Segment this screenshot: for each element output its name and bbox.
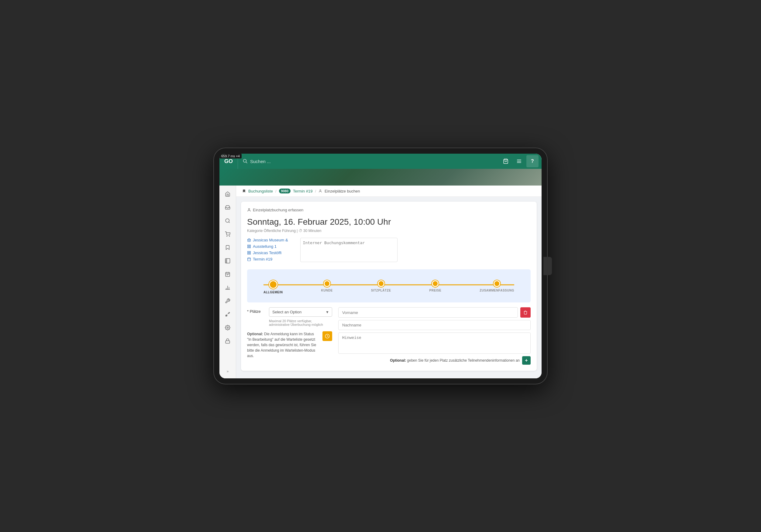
breadcrumb-buchungsliste[interactable]: Buchungsliste	[248, 189, 273, 193]
link-termin-text: Termin #19	[253, 257, 272, 261]
list-icon	[516, 158, 522, 164]
step-label-preise: PREISE	[429, 289, 441, 292]
contacts-icon	[225, 258, 230, 264]
sidebar-item-security[interactable]	[221, 335, 234, 347]
sidebar-item-cart[interactable]	[221, 228, 234, 240]
apps-icon	[247, 251, 251, 255]
event-link-testoffi[interactable]: Jessicas Testöffi	[247, 250, 288, 255]
svg-point-27	[248, 209, 250, 210]
nachname-input[interactable]	[338, 320, 531, 330]
sidebar-item-bookmark[interactable]	[221, 241, 234, 253]
field-hint: Maximal 20 Plätze verfügbar, administrat…	[269, 319, 332, 326]
bottom-form: * Plätze Select an Option 1 2 3 4 5	[247, 307, 531, 365]
sidebar-item-search[interactable]	[221, 215, 234, 227]
museum-icon	[247, 238, 251, 242]
event-link-ausstellung[interactable]: Ausstellung 1	[247, 244, 288, 249]
svg-rect-15	[225, 272, 230, 277]
search-bar[interactable]: Suchen ...	[238, 159, 499, 164]
sidebar-item-wrench[interactable]	[221, 308, 234, 320]
svg-point-26	[320, 190, 321, 191]
vorname-input[interactable]	[338, 307, 518, 318]
svg-point-24	[227, 327, 229, 329]
bookmark-breadcrumb-icon	[242, 189, 246, 193]
comment-textarea[interactable]	[300, 238, 397, 262]
content-area: Buchungsliste / 9080 Termin #19 / Einzel…	[236, 186, 542, 378]
optional-add-bold: Optional:	[390, 358, 406, 362]
add-info-button[interactable]: +	[522, 356, 531, 365]
sidebar-expand[interactable]: »	[224, 367, 231, 376]
waitlist-button[interactable]	[322, 331, 332, 341]
step-zusammenfassung[interactable]: ZUSAMMENFASSUNG	[480, 280, 514, 294]
event-title: Sonntag, 16. Februar 2025, 10:00 Uhr	[247, 217, 531, 227]
form-header-text: Einzelplatzbuchung erfassen	[253, 208, 303, 212]
step-label-zusammenfassung: ZUSAMMENFASSUNG	[480, 289, 514, 292]
cart-icon-btn[interactable]	[499, 155, 512, 167]
plaetze-label: * Plätze	[247, 307, 265, 314]
svg-rect-35	[248, 253, 249, 254]
top-bar: 659.7 ms ×4 GO Suchen ...	[219, 154, 542, 169]
search-icon	[243, 159, 248, 164]
breadcrumb: Buchungsliste / 9080 Termin #19 / Einzel…	[236, 186, 542, 197]
event-link-museum[interactable]: Jessicas Museum &	[247, 238, 288, 242]
sidebar-item-chart[interactable]	[221, 282, 234, 293]
delete-button[interactable]	[520, 307, 531, 318]
step-kunde[interactable]: KUNDE	[321, 280, 333, 294]
optional-bold: Optional:	[247, 332, 263, 336]
vorname-row	[338, 307, 531, 318]
step-dot-zusammenfassung	[494, 280, 500, 287]
form-card-header: Einzelplatzbuchung erfassen	[247, 208, 531, 212]
user-breadcrumb-icon	[319, 189, 322, 193]
step-preise[interactable]: PREISE	[429, 280, 441, 294]
sidebar-item-inbox[interactable]	[221, 201, 234, 213]
plaetze-select-wrapper: Select an Option 1 2 3 4 5 ▼	[269, 307, 332, 317]
settings-icon	[225, 325, 230, 330]
plaetze-select[interactable]: Select an Option 1 2 3 4 5	[269, 307, 332, 317]
svg-line-1	[246, 162, 247, 163]
list-icon-btn[interactable]	[513, 155, 525, 167]
breadcrumb-termin[interactable]: Termin #19	[293, 189, 313, 193]
grid-icon	[247, 244, 251, 248]
svg-line-7	[229, 222, 229, 223]
left-form: * Plätze Select an Option 1 2 3 4 5	[247, 307, 332, 365]
right-form: Optional: geben Sie für jeden Platz zusä…	[338, 307, 531, 365]
tools-icon	[225, 298, 230, 304]
search-sidebar-icon	[225, 218, 230, 224]
breadcrumb-sep2: /	[315, 189, 316, 193]
form-card: Einzelplatzbuchung erfassen Sonntag, 16.…	[241, 202, 537, 371]
sidebar-item-tools[interactable]	[221, 295, 234, 307]
svg-rect-28	[249, 240, 250, 242]
event-meta: Kategorie Öffentliche Führung | ⏱ 30 Min…	[247, 229, 531, 233]
top-bar-right: ?	[499, 155, 542, 167]
calendar-link-icon	[247, 257, 251, 261]
link-museum-text: Jessicas Museum &	[253, 238, 288, 242]
sidebar-item-home[interactable]	[221, 188, 234, 200]
optional-note-row: Optional: Die Anmeldung kann im Status "…	[247, 331, 332, 359]
step-dot-preise	[432, 280, 439, 287]
tablet-right-button[interactable]	[543, 257, 552, 275]
chart-icon	[225, 285, 230, 290]
event-links: Jessicas Museum & Ausstellung 1 Jessicas…	[247, 238, 288, 263]
step-allgemein[interactable]: ALLGEMEIN	[263, 280, 283, 294]
bookmark-icon	[225, 245, 230, 250]
steps-row: ALLGEMEIN KUNDE SITZPLÄTZE	[263, 280, 514, 294]
step-dot-kunde	[324, 280, 330, 287]
event-meta-text: Kategorie Öffentliche Führung | ⏱ 30 Min…	[247, 229, 321, 233]
sidebar-item-contacts[interactable]	[221, 255, 234, 267]
calendar-icon	[225, 272, 230, 277]
step-sitzplaetze[interactable]: SITZPLÄTZE	[371, 280, 391, 294]
hinweise-textarea[interactable]	[338, 333, 531, 354]
step-dot-allgemein	[269, 280, 277, 289]
search-placeholder: Suchen ...	[250, 159, 271, 164]
event-link-termin[interactable]: Termin #19	[247, 257, 288, 261]
breadcrumb-sep1: /	[275, 189, 276, 193]
step-label-sitzplaetze: SITZPLÄTZE	[371, 289, 391, 292]
home-icon	[225, 191, 230, 197]
perf-badge: 659.7 ms ×4	[219, 154, 242, 158]
svg-rect-32	[250, 247, 251, 248]
event-info-grid: Jessicas Museum & Ausstellung 1 Jessicas…	[247, 238, 531, 263]
sidebar-item-settings[interactable]	[221, 322, 234, 334]
step-label-kunde: KUNDE	[321, 289, 333, 292]
sidebar-item-calendar[interactable]	[221, 268, 234, 280]
svg-point-6	[225, 219, 229, 222]
help-icon-btn[interactable]: ?	[526, 155, 539, 167]
